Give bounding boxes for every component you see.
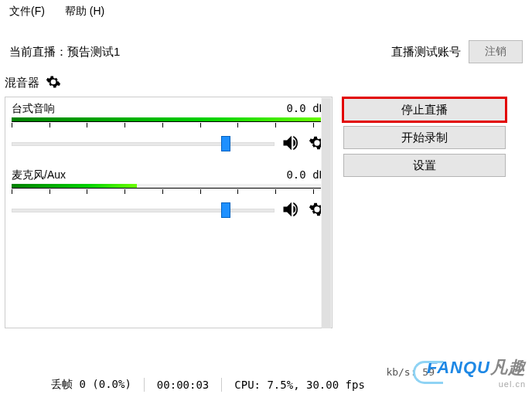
meter-ticks (12, 189, 326, 194)
channel-db: 0.0 dB (286, 168, 326, 181)
speaker-icon[interactable] (281, 199, 302, 223)
status-time: 00:00:03 (157, 379, 209, 391)
status-dropped: 丢帧 0 (0.0%) (51, 378, 131, 392)
header: 当前直播：预告测试1 直播测试账号 注销 (0, 36, 532, 68)
scrollbar[interactable] (321, 97, 332, 328)
mixer-title-row: 混音器 (0, 68, 532, 97)
vu-meter (12, 117, 326, 122)
logout-button[interactable]: 注销 (469, 40, 523, 63)
current-stream-label: 当前直播：预告测试1 (9, 45, 391, 59)
mixer-title: 混音器 (5, 76, 39, 90)
vu-meter (12, 184, 326, 189)
sidebar: 停止直播 开始录制 设置 (332, 97, 527, 182)
main-area: 台式音响 0.0 dB 麦克风/Aux 0.0 dB (0, 97, 532, 328)
channel-name: 台式音响 (12, 102, 55, 116)
channel-desktop-audio: 台式音响 0.0 dB (12, 100, 326, 156)
channel-mic-aux: 麦克风/Aux 0.0 dB (12, 167, 326, 223)
menu-file[interactable]: 文件(F) (9, 5, 45, 19)
settings-button[interactable]: 设置 (343, 154, 506, 177)
volume-slider[interactable] (12, 209, 275, 212)
menu-help[interactable]: 帮助 (H) (65, 5, 104, 19)
mixer-panel: 台式音响 0.0 dB 麦克风/Aux 0.0 dB (5, 97, 332, 328)
menubar: 文件(F) 帮助 (H) (0, 0, 532, 23)
account-label: 直播测试账号 (391, 45, 461, 59)
gear-icon[interactable] (46, 74, 61, 92)
channel-db: 0.0 dB (286, 102, 326, 114)
volume-slider[interactable] (12, 142, 275, 146)
stop-stream-button[interactable]: 停止直播 (343, 98, 506, 121)
watermark: FANQU凡趣 uel.cn (427, 356, 526, 389)
status-cpu: CPU: 7.5%, 30.00 fps (234, 379, 365, 391)
channel-name: 麦克风/Aux (12, 168, 66, 182)
speaker-icon[interactable] (281, 132, 302, 156)
start-record-button[interactable]: 开始录制 (343, 126, 506, 149)
meter-ticks (12, 123, 326, 127)
